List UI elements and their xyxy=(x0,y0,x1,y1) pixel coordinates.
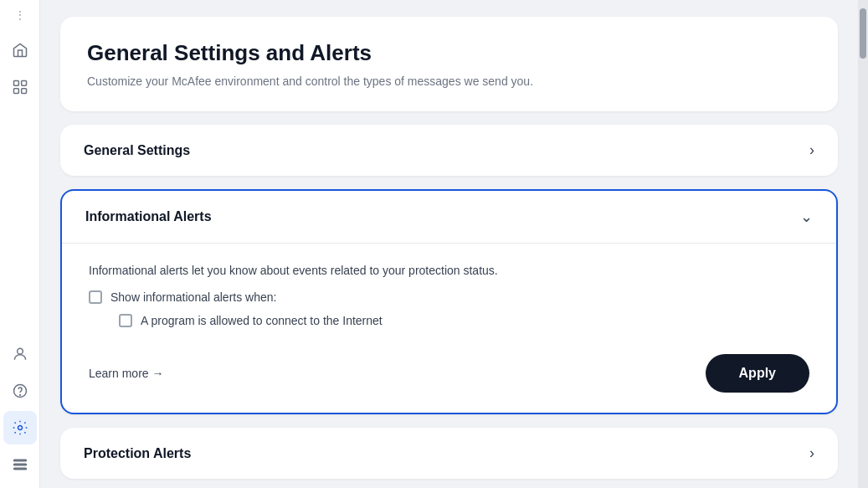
learn-more-link[interactable]: Learn more → xyxy=(89,367,163,380)
informational-alerts-title: Informational Alerts xyxy=(85,209,212,224)
header-card: General Settings and Alerts Customize yo… xyxy=(60,17,838,111)
checkbox-row-show-alerts: Show informational alerts when: xyxy=(89,290,809,304)
checkbox-show-alerts[interactable] xyxy=(89,290,102,304)
protection-alerts-chevron-icon: › xyxy=(809,444,814,462)
checkbox-row-program-connect: A program is allowed to connect to the I… xyxy=(119,314,809,327)
svg-point-6 xyxy=(19,395,20,396)
general-settings-title: General Settings xyxy=(84,143,190,158)
svg-rect-2 xyxy=(13,89,18,94)
general-settings-header[interactable]: General Settings › xyxy=(60,125,838,176)
checkbox-program-connect-label: A program is allowed to connect to the I… xyxy=(141,314,383,327)
general-settings-chevron-icon: › xyxy=(809,141,814,159)
sidebar-item-person[interactable] xyxy=(3,337,37,371)
sidebar-item-help[interactable] xyxy=(3,374,37,408)
informational-alerts-body: Informational alerts let you know about … xyxy=(62,243,836,413)
page-subtitle: Customize your McAfee environment and co… xyxy=(87,74,811,88)
informational-alerts-header[interactable]: Informational Alerts ⌄ xyxy=(62,191,836,243)
apply-button[interactable]: Apply xyxy=(706,354,809,393)
checkbox-program-connect[interactable] xyxy=(119,314,132,327)
protection-alerts-header[interactable]: Protection Alerts › xyxy=(60,428,838,479)
svg-rect-0 xyxy=(13,81,18,86)
svg-rect-8 xyxy=(13,460,26,461)
main-content: General Settings and Alerts Customize yo… xyxy=(40,0,858,488)
informational-alerts-footer: Learn more → Apply xyxy=(89,337,809,413)
general-settings-section: General Settings › xyxy=(60,125,838,176)
svg-rect-10 xyxy=(13,468,26,470)
svg-rect-1 xyxy=(21,81,26,86)
svg-point-7 xyxy=(18,426,22,430)
informational-alerts-section: Informational Alerts ⌄ Informational ale… xyxy=(60,189,838,414)
sidebar: ⋮ xyxy=(0,0,40,488)
svg-rect-3 xyxy=(21,89,26,94)
informational-alerts-description: Informational alerts let you know about … xyxy=(89,264,809,277)
sidebar-item-apps[interactable] xyxy=(3,70,37,104)
protection-alerts-title: Protection Alerts xyxy=(84,446,191,461)
sidebar-item-list[interactable] xyxy=(3,448,37,481)
svg-rect-9 xyxy=(13,464,26,465)
drag-handle-icon: ⋮ xyxy=(12,7,28,23)
scrollbar-thumb[interactable] xyxy=(860,8,866,59)
sidebar-item-home[interactable] xyxy=(3,33,37,67)
scrollbar[interactable] xyxy=(858,0,868,488)
page-title: General Settings and Alerts xyxy=(87,40,811,66)
checkbox-show-alerts-label: Show informational alerts when: xyxy=(110,290,276,304)
svg-point-4 xyxy=(17,348,23,354)
informational-alerts-chevron-icon: ⌄ xyxy=(800,208,813,226)
protection-alerts-section: Protection Alerts › xyxy=(60,428,838,479)
sidebar-item-settings[interactable] xyxy=(3,411,37,444)
